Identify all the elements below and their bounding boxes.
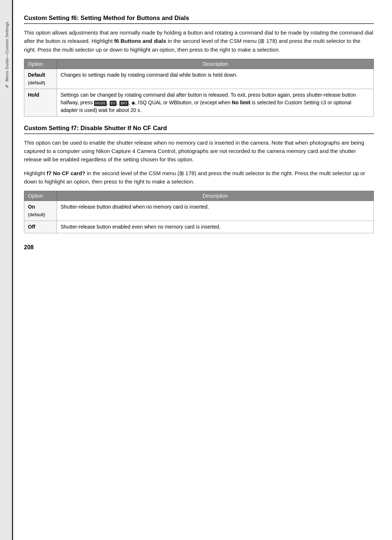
section1-table: Option Description Default (default) Cha… [24,59,374,117]
section2-table: Option Description On (default) Shutter-… [24,191,374,233]
section1-title-bold: Custom Setting f6: [24,15,79,21]
section2-paragraph1: This option can be used to enable the sh… [24,138,374,164]
section2-title-bold: Custom Setting f7: [24,125,79,132]
section2-title-rest: Disable Shutter If No CF Card [79,125,167,132]
table1-row1-option-main: Default [28,72,45,78]
table2-row1-option-main: On [28,204,35,210]
timer-icon: ◉ [131,100,135,105]
page-number: 208 [24,244,374,251]
table1-header-option: Option [24,59,57,69]
mode-icon: MODE [94,101,107,106]
section1-title: Custom Setting f6: Setting Method for Bu… [24,15,374,24]
table1-header-description: Description [57,59,374,69]
table-row: Default (default) Changes to settings ma… [24,69,374,89]
table2-header-description: Description [57,191,374,201]
table2-row2-description: Shutter-release button enabled even when… [57,221,374,233]
table1-row1-option-sub: (default) [28,80,45,85]
main-content: Custom Setting f6: Setting Method for Bu… [13,0,392,540]
sidebar: ✎ Menu Guide—Custom Settings [0,0,13,540]
section2-p2-bold: f7 No CF card? [47,170,86,176]
table-row: Hold Settings can be changed by rotating… [24,89,374,116]
page-container: ✎ Menu Guide—Custom Settings Custom Sett… [0,0,392,540]
table1-row2-option: Hold [24,89,57,116]
section2-p2-start: Highlight [24,170,47,176]
table2-header-option: Option [24,191,57,201]
table-row: On (default) Shutter-release button disa… [24,201,374,221]
section1-title-rest: Setting Method for Buttons and Dials [79,15,189,21]
table1-row1-option: Default (default) [24,69,57,89]
section2-paragraph2: Highlight f7 No CF card? in the second l… [24,169,374,186]
sidebar-line [12,0,13,540]
table2-row1-option: On (default) [24,201,57,221]
sidebar-icon: ✎ [4,83,9,89]
table-row: Off Shutter-release button enabled even … [24,221,374,233]
section1-p1-bold: f6 Buttons and dials [114,38,166,44]
ev-icon: EV [110,101,117,106]
sidebar-label: Menu Guide—Custom Settings [4,22,9,82]
table2-row1-description: Shutter-release button disabled when no … [57,201,374,221]
table1-row2-description: Settings can be changed by rotating comm… [57,89,374,116]
section1-paragraph1: This option allows adjustments that are … [24,28,374,54]
table2-row2-option: Off [24,221,57,233]
sidebar-tab: ✎ Menu Guide—Custom Settings [4,22,9,89]
section2-title: Custom Setting f7: Disable Shutter If No… [24,125,374,134]
bkt-icon: BKT [119,101,129,106]
table1-row1-description: Changes to settings made by rotating com… [57,69,374,89]
table2-row1-option-sub: (default) [28,212,45,217]
